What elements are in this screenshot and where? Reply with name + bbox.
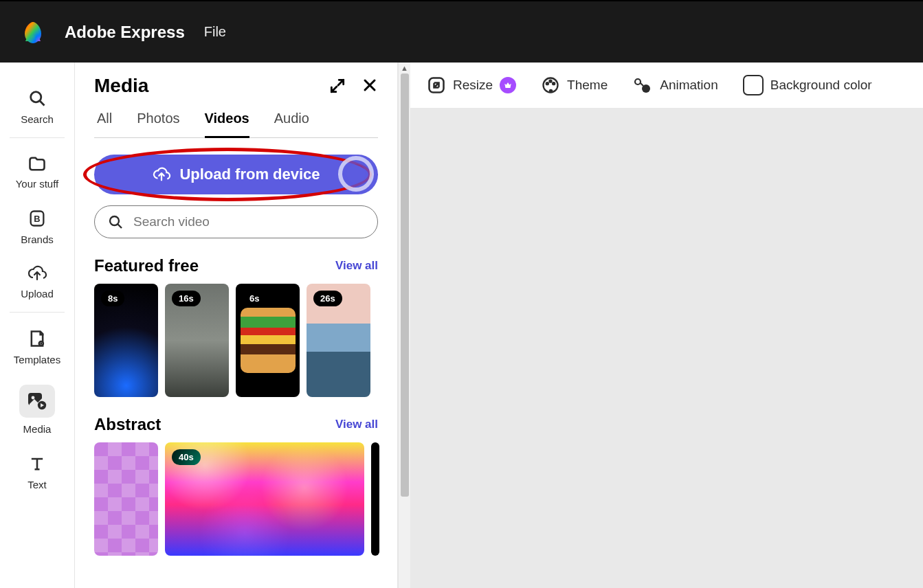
folder-icon xyxy=(27,155,47,172)
animation-icon xyxy=(632,76,653,94)
theme-label: Theme xyxy=(567,78,608,93)
svg-text:B: B xyxy=(34,214,40,224)
search-input[interactable] xyxy=(133,214,365,229)
divider xyxy=(10,312,65,313)
svg-point-8 xyxy=(110,216,119,225)
search-icon xyxy=(107,214,124,230)
media-icon xyxy=(19,385,55,418)
sidebar-item-media[interactable]: Media xyxy=(19,375,55,444)
app-title: Adobe Express xyxy=(65,23,185,42)
sidebar-item-templates[interactable]: Templates xyxy=(7,319,67,375)
svg-point-12 xyxy=(546,82,548,84)
search-icon xyxy=(27,89,47,108)
sidebar-item-label: Templates xyxy=(14,354,60,365)
tab-photos[interactable]: Photos xyxy=(137,111,179,137)
canvas-action-bar: Resize Theme Animation Background colo xyxy=(410,63,923,108)
video-thumb[interactable] xyxy=(371,442,379,556)
animation-button[interactable]: Animation xyxy=(632,76,718,94)
tab-videos[interactable]: Videos xyxy=(205,111,249,138)
video-thumb[interactable]: 6s xyxy=(236,284,300,397)
video-thumb[interactable]: 8s xyxy=(94,284,158,397)
sidebar-item-your-stuff[interactable]: Your stuff xyxy=(7,145,67,199)
sidebar-item-label: Search xyxy=(21,113,54,125)
sidebar-item-label: Media xyxy=(23,423,52,435)
cloud-upload-icon xyxy=(152,166,171,183)
animation-label: Animation xyxy=(660,78,718,93)
background-swatch-icon xyxy=(743,75,764,95)
scroll-up-icon[interactable]: ▲ xyxy=(401,64,408,72)
section-title-abstract: Abstract xyxy=(94,415,161,434)
video-thumb[interactable]: 40s xyxy=(165,442,364,556)
expand-icon[interactable] xyxy=(329,77,346,95)
video-thumb[interactable]: 16s xyxy=(165,284,229,397)
sidebar-item-search[interactable]: Search xyxy=(7,79,67,135)
svg-point-6 xyxy=(32,396,35,400)
tab-all[interactable]: All xyxy=(97,111,112,137)
view-all-abstract[interactable]: View all xyxy=(335,418,378,431)
sidebar-item-label: Your stuff xyxy=(16,178,59,190)
file-menu[interactable]: File xyxy=(204,24,226,40)
text-icon xyxy=(27,454,47,473)
resize-label: Resize xyxy=(453,78,493,93)
background-label: Background color xyxy=(770,78,872,93)
divider xyxy=(10,137,65,138)
left-sidebar: Search Your stuff B Brands Upload xyxy=(0,63,75,588)
sidebar-item-label: Upload xyxy=(21,288,54,299)
sidebar-item-text[interactable]: Text xyxy=(7,444,67,500)
panel-title: Media xyxy=(94,75,148,97)
adobe-express-logo-icon xyxy=(21,20,45,45)
upload-from-device-button[interactable]: Upload from device xyxy=(94,155,378,194)
video-thumb[interactable]: 26s xyxy=(307,284,370,397)
close-icon[interactable] xyxy=(362,77,378,95)
media-tabs: All Photos Videos Audio xyxy=(94,104,378,138)
svg-point-14 xyxy=(553,82,555,84)
theme-button[interactable]: Theme xyxy=(541,76,608,95)
svg-line-1 xyxy=(40,101,44,105)
sidebar-item-upload[interactable]: Upload xyxy=(7,255,67,309)
svg-point-0 xyxy=(31,92,41,102)
cloud-upload-icon xyxy=(27,264,47,282)
palette-icon xyxy=(541,76,560,95)
resize-button[interactable]: Resize xyxy=(427,76,516,95)
section-title-featured: Featured free xyxy=(94,256,199,275)
top-bar: Adobe Express File xyxy=(0,1,923,63)
canvas-area[interactable] xyxy=(410,108,923,588)
upload-button-label: Upload from device xyxy=(179,166,320,183)
search-video-field[interactable] xyxy=(94,205,378,238)
sidebar-item-label: Brands xyxy=(21,234,54,245)
view-all-featured[interactable]: View all xyxy=(335,259,378,273)
media-panel: Media All Photos Videos Audio Upload f xyxy=(75,63,398,588)
premium-badge-icon xyxy=(500,77,516,93)
sidebar-item-label: Text xyxy=(27,479,47,490)
svg-point-13 xyxy=(550,80,552,82)
brands-icon: B xyxy=(27,209,47,228)
svg-point-15 xyxy=(635,79,641,84)
duration-badge: 16s xyxy=(172,291,201,306)
video-thumb[interactable] xyxy=(94,442,158,556)
duration-badge: 40s xyxy=(172,449,201,465)
resize-icon xyxy=(427,76,446,95)
background-color-button[interactable]: Background color xyxy=(743,75,872,95)
svg-line-9 xyxy=(118,224,122,228)
duration-badge: 8s xyxy=(101,291,124,306)
panel-scrollbar[interactable]: ▲ xyxy=(398,63,410,588)
templates-icon xyxy=(27,329,47,348)
scroll-thumb[interactable] xyxy=(401,74,409,497)
tab-audio[interactable]: Audio xyxy=(274,111,309,137)
duration-badge: 6s xyxy=(243,291,266,306)
sidebar-item-brands[interactable]: B Brands xyxy=(7,199,67,255)
duration-badge: 26s xyxy=(313,291,342,306)
